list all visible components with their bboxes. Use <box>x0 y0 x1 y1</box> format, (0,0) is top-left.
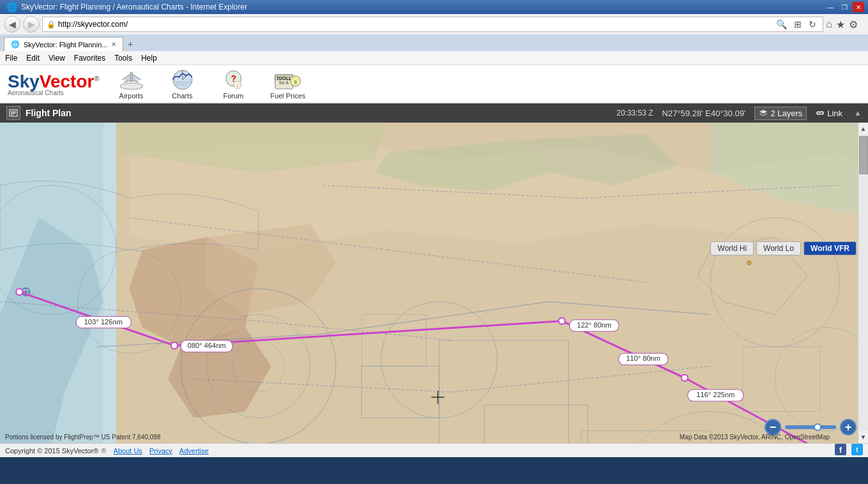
svg-text:122° 80nm: 122° 80nm <box>577 321 611 329</box>
nav-forum[interactable]: ? ! Forum <box>214 68 253 100</box>
map-toolbar: Flight Plan 20:33:53 Z N27°59.28' E40°30… <box>0 103 868 123</box>
world-hi-button[interactable]: World Hi <box>710 241 754 255</box>
map-data-credit: Map Data ©2013 SkyVector, ARINC, OpenStr… <box>680 434 830 441</box>
flight-plan-icon-btn[interactable] <box>6 106 20 120</box>
map-container[interactable]: 103° 126nm 080° 464nm 122° 80nm 110° 80n… <box>0 123 868 443</box>
svg-text:$: $ <box>294 79 297 85</box>
menu-help[interactable]: Help <box>141 54 157 63</box>
charts-label: Charts <box>172 92 192 100</box>
svg-point-52 <box>747 261 751 265</box>
home-button[interactable]: ⌂ <box>826 19 832 31</box>
forum-label: Forum <box>223 92 244 100</box>
menu-tools[interactable]: Tools <box>114 54 132 63</box>
svg-text:116° 225nm: 116° 225nm <box>696 391 735 398</box>
layers-icon <box>759 109 768 117</box>
privacy-link[interactable]: Privacy <box>149 447 172 455</box>
copyright-notice: Copyright © 2015 SkyVector® <box>5 447 98 455</box>
sv-header: SkyVector® Aeronautical Charts Airports <box>0 65 868 103</box>
link-label: Link <box>827 109 842 118</box>
svg-rect-1 <box>130 72 133 81</box>
svg-text:110° 80nm: 110° 80nm <box>626 354 661 362</box>
zoom-slider[interactable] <box>785 425 836 429</box>
scroll-track[interactable] <box>858 135 868 431</box>
svg-text:080° 464nm: 080° 464nm <box>188 342 226 349</box>
status-bar: Copyright © 2015 SkyVector® ® About Us P… <box>0 443 868 457</box>
fuel-prices-label: Fuel Prices <box>271 92 306 100</box>
scrollbar-right: ▲ ▼ <box>858 123 868 443</box>
svg-text:for A: for A <box>280 80 289 85</box>
map-wrapper: World Hi World Lo World VFR <box>0 123 868 443</box>
advertise-link[interactable]: Advertise <box>179 447 209 455</box>
browser-tab[interactable]: 🌐 SkyVector: Flight Plannin... ✕ <box>4 37 123 51</box>
tab-bar: 🌐 SkyVector: Flight Plannin... ✕ + <box>0 34 868 51</box>
svg-text:TOOLL: TOOLL <box>276 76 292 80</box>
address-bar[interactable]: 🔒 http://skyvector.com/ 🔍 ⊞ ↻ <box>42 17 823 32</box>
map-toolbar-right: 20:33:53 Z N27°59.28' E40°30.09' 2 Layer… <box>617 107 842 120</box>
zoom-in-button[interactable]: + <box>840 419 857 435</box>
search-icon[interactable]: 🔍 <box>774 18 789 31</box>
tab-close-button[interactable]: ✕ <box>111 41 116 48</box>
svg-text:103° 126nm: 103° 126nm <box>84 318 123 326</box>
close-button[interactable]: ✕ <box>853 2 864 12</box>
layers-label: 2 Layers <box>770 109 802 118</box>
toolbar-scroll-up[interactable]: ▲ <box>854 109 862 117</box>
data-credit-text: Map Data ©2013 SkyVector, ARINC, OpenStr… <box>680 434 830 441</box>
compat-icon[interactable]: ⊞ <box>791 18 804 31</box>
forum-nav-icon: ? ! <box>221 68 246 91</box>
status-right: f t <box>835 444 863 457</box>
sv-logo-subtitle: Aeronautical Charts <box>8 89 100 96</box>
scroll-thumb <box>859 136 868 174</box>
svg-point-64 <box>682 375 688 381</box>
browser-icons-right: ⌂ ★ ⚙ <box>826 19 864 31</box>
scroll-down-arrow[interactable]: ▼ <box>860 431 867 443</box>
menu-edit[interactable]: Edit <box>26 54 40 63</box>
link-icon <box>816 109 825 117</box>
menu-view[interactable]: View <box>49 54 65 63</box>
nav-charts[interactable]: Charts <box>163 68 202 100</box>
menu-file[interactable]: File <box>5 54 17 63</box>
nav-fuel-prices[interactable]: TOOLL for A $ Fuel Prices <box>266 68 311 100</box>
window-title-bar: 🌐 SkyVector: Flight Planning / Aeronauti… <box>0 0 868 14</box>
layers-button[interactable]: 2 Layers <box>754 107 807 120</box>
zoom-thumb <box>814 423 821 431</box>
scroll-up-arrow[interactable]: ▲ <box>860 123 867 135</box>
twitter-icon[interactable]: t <box>851 444 863 457</box>
address-text: http://skyvector.com/ <box>58 20 771 29</box>
svg-point-62 <box>171 342 177 349</box>
link-button[interactable]: Link <box>816 109 842 118</box>
map-toolbar-left: Flight Plan <box>6 106 610 120</box>
svg-text:f: f <box>839 445 842 455</box>
nav-airports[interactable]: Airports <box>112 68 151 100</box>
svg-point-63 <box>558 318 565 324</box>
forward-button[interactable]: ▶ <box>23 16 40 33</box>
fp-icon <box>9 109 18 117</box>
svg-point-0 <box>120 83 143 89</box>
world-lo-button[interactable]: World Lo <box>756 241 801 255</box>
back-button[interactable]: ◀ <box>4 16 20 33</box>
status-left: Copyright © 2015 SkyVector® ® About Us P… <box>5 447 209 455</box>
sv-logo: SkyVector® Aeronautical Charts <box>8 72 100 96</box>
airports-label: Airports <box>119 92 144 100</box>
charts-nav-icon <box>170 68 195 91</box>
new-tab-button[interactable]: + <box>123 37 137 51</box>
favorites-button[interactable]: ★ <box>836 19 845 31</box>
minimize-button[interactable]: — <box>825 2 836 12</box>
facebook-icon[interactable]: f <box>835 444 846 457</box>
fuel-prices-nav-icon: TOOLL for A $ <box>273 68 303 91</box>
refresh-icon[interactable]: ↻ <box>806 18 819 31</box>
airports-nav-icon <box>119 68 144 91</box>
settings-button[interactable]: ⚙ <box>849 19 858 31</box>
menu-bar: File Edit View Favorites Tools Help <box>0 51 868 65</box>
restore-button[interactable]: ❐ <box>839 2 850 12</box>
copyright-text: Portions licensed by FlightPrep™ US Pate… <box>5 434 160 441</box>
map-svg: 103° 126nm 080° 464nm 122° 80nm 110° 80n… <box>0 123 868 443</box>
svg-text:!: ! <box>236 83 237 89</box>
coord-display: N27°59.28' E40°30.09' <box>662 109 745 118</box>
menu-favorites[interactable]: Favorites <box>74 54 105 63</box>
tab-favicon: 🌐 <box>11 40 20 49</box>
window-controls: — ❐ ✕ <box>825 2 864 12</box>
tab-label: SkyVector: Flight Plannin... <box>24 41 107 49</box>
about-link[interactable]: About Us <box>114 447 142 455</box>
map-copyright: Portions licensed by FlightPrep™ US Pate… <box>5 434 160 441</box>
world-vfr-button[interactable]: World VFR <box>804 241 857 255</box>
